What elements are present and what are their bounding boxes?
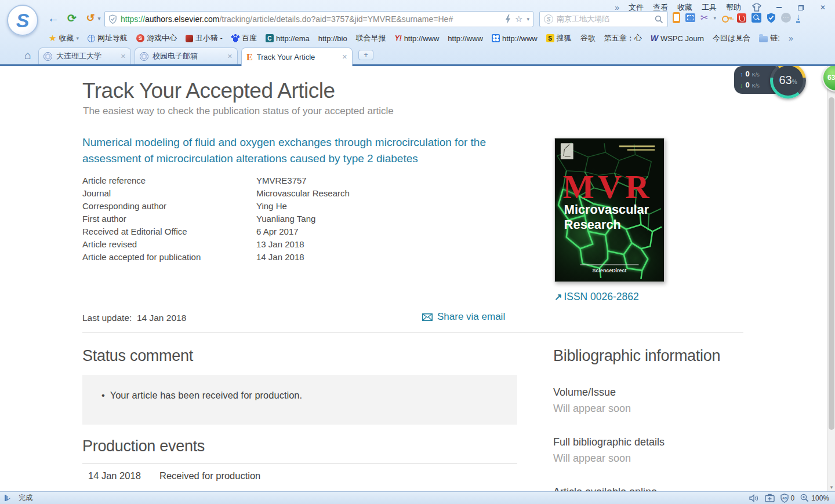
- shopping-icon[interactable]: [737, 13, 746, 23]
- bookmark-item[interactable]: http://www: [448, 34, 483, 43]
- cover-footer-brand: ScienceDirect: [593, 268, 627, 273]
- bookmark-item[interactable]: 链:: [759, 33, 780, 43]
- bookmark-star-icon[interactable]: ☆: [515, 14, 522, 24]
- bookmark-item[interactable]: 谷歌: [580, 33, 596, 43]
- address-bar[interactable]: https://authors.elsevier.com/tracking/ar…: [104, 11, 533, 27]
- lightning-icon[interactable]: [505, 14, 511, 24]
- baidu-paw-icon: [231, 34, 239, 42]
- elsevier-favicon: E: [246, 52, 253, 63]
- bookmark-item[interactable]: S游戏中心: [136, 33, 177, 43]
- star-icon: ★: [49, 33, 56, 43]
- bookmark-item[interactable]: http://www: [492, 34, 538, 43]
- bookmark-item[interactable]: 第五章：心: [604, 33, 642, 43]
- side-panel-toggle-icon[interactable]: [5, 495, 10, 501]
- bookmarks-overflow-icon[interactable]: »: [789, 34, 793, 43]
- url-text[interactable]: https://authors.elsevier.com/tracking/ar…: [121, 14, 502, 24]
- detail-label: Received at Editorial Office: [82, 227, 187, 236]
- bookmark-item-favorites[interactable]: ★收藏▾: [49, 33, 79, 43]
- quick-search-app-icon[interactable]: [752, 13, 761, 23]
- tab-track-your-article[interactable]: E Track Your Article ✕: [241, 48, 353, 66]
- zoom-level-value: 100%: [811, 494, 829, 502]
- bookmark-item[interactable]: 网址导航: [88, 33, 128, 43]
- url-protocol: https://: [121, 14, 145, 24]
- bookmark-item[interactable]: Y!http://www: [395, 34, 440, 43]
- more-tools-icon[interactable]: ⋯: [781, 13, 791, 23]
- search-input[interactable]: 南京工地大塌陷: [557, 14, 651, 24]
- medkit-capture-icon[interactable]: [765, 494, 775, 502]
- tab-campus-email[interactable]: 校园电子邮箱 ✕: [135, 48, 238, 64]
- globe-icon: [88, 35, 95, 42]
- detail-label: Corresponding author: [82, 201, 166, 211]
- undo-dropdown-caret-icon[interactable]: ▾: [96, 16, 102, 21]
- clip-scissors-icon[interactable]: ✂: [700, 12, 708, 23]
- security-protect-icon[interactable]: [767, 13, 776, 23]
- issn-link[interactable]: ↗ ISSN 0026-2862: [554, 291, 639, 303]
- last-update: Last update: 14 Jan 2018: [82, 313, 186, 323]
- bookmark-item[interactable]: http://bio: [318, 34, 347, 43]
- site-favicon: [186, 35, 193, 42]
- clip-dropdown-caret-icon[interactable]: ▾: [713, 15, 716, 21]
- download-manager-icon[interactable]: ↓: [796, 13, 801, 23]
- tab-close-icon[interactable]: ✕: [342, 53, 347, 61]
- bookmarks-bar: ★收藏▾ 网址导航 S游戏中心 丑小猪 - 百度 Chttp://ema htt…: [49, 31, 833, 46]
- biblio-label: Volume/Issue: [553, 386, 616, 399]
- detail-value: YMVRE3757: [256, 176, 307, 185]
- browser-chrome: » 文件 查看 收藏 工具 帮助 ✕ S ← ⟳ ↺ ▾ ht: [0, 0, 835, 66]
- browser-window: » 文件 查看 收藏 工具 帮助 ✕ S ← ⟳ ↺ ▾ ht: [0, 0, 835, 504]
- bookmark-item[interactable]: 百度: [231, 33, 257, 43]
- game-center-icon: S: [136, 34, 144, 42]
- scrollbar-thumb[interactable]: [829, 97, 834, 430]
- bookmark-dropdown-caret-icon[interactable]: ▾: [527, 16, 529, 22]
- last-update-value: 14 Jan 2018: [137, 313, 186, 323]
- send-to-phone-icon[interactable]: [673, 12, 680, 23]
- speaker-icon[interactable]: [749, 494, 759, 502]
- resource-usage-gauge[interactable]: 63 %: [770, 66, 806, 98]
- undo-close-button[interactable]: ↺: [84, 12, 97, 24]
- vertical-scrollbar[interactable]: ▾: [827, 66, 835, 491]
- zoom-control[interactable]: 100%: [800, 494, 829, 502]
- zoom-magnifier-icon: [800, 494, 809, 502]
- tab-dlut[interactable]: 大连理工大学 ✕: [38, 48, 131, 64]
- journal-cover-image: MVR Microvascular Research ScienceDirect: [554, 138, 665, 282]
- scrollbar-down-arrow-icon[interactable]: ▾: [827, 484, 835, 490]
- sogou-search-logo-icon: S: [544, 14, 553, 24]
- sogou-browser-logo[interactable]: S: [7, 5, 38, 36]
- bookmark-item[interactable]: 丑小猪 -: [186, 33, 223, 43]
- status-comment-text: • Your article has been received for pro…: [101, 390, 302, 401]
- detail-label: First author: [82, 214, 126, 224]
- cover-artwork: MVR Microvascular Research ScienceDirect: [555, 138, 664, 282]
- article-details: Article referenceYMVRE3757 JournalMicrov…: [82, 176, 430, 268]
- screenshot-icon[interactable]: [685, 13, 695, 22]
- cover-journal-line2: Research: [564, 217, 621, 232]
- detail-value: 13 Jan 2018: [256, 239, 304, 249]
- tab-close-icon[interactable]: ✕: [121, 53, 126, 60]
- ad-block-counter[interactable]: AD 0: [780, 494, 795, 503]
- detail-value: Microvascular Research: [256, 188, 350, 198]
- bookmark-item[interactable]: 联合早报: [356, 33, 386, 43]
- detail-value: 6 Apr 2017: [256, 227, 299, 236]
- search-box[interactable]: S 南京工地大塌陷: [539, 11, 668, 27]
- url-domain: authors.elsevier.com: [145, 14, 219, 24]
- biblio-value: Will appear soon: [553, 452, 631, 465]
- email-envelope-icon: [422, 313, 433, 321]
- bookmark-item[interactable]: 今回は見合: [713, 33, 750, 43]
- cover-journal-line1: Microvascular: [564, 202, 649, 217]
- search-icon[interactable]: [655, 15, 663, 24]
- ad-shield-icon: AD: [780, 494, 789, 503]
- accelerator-ball-widget[interactable]: 63: [822, 66, 835, 92]
- usage-percent-value: 63: [779, 74, 792, 86]
- back-button[interactable]: ←: [46, 12, 60, 25]
- home-button[interactable]: ⌂: [24, 49, 31, 62]
- article-title: Numerical modeling of fluid and oxygen e…: [82, 134, 494, 167]
- new-tab-button[interactable]: +: [358, 50, 373, 60]
- share-via-email-link[interactable]: Share via email: [422, 311, 505, 323]
- tab-close-icon[interactable]: ✕: [227, 53, 233, 60]
- bookmark-item[interactable]: WWSPC Journ: [651, 34, 704, 43]
- bookmark-item[interactable]: S搜狐: [546, 33, 572, 43]
- refresh-button[interactable]: ⟳: [65, 12, 79, 25]
- wspc-icon: W: [651, 34, 658, 43]
- password-key-icon[interactable]: [721, 13, 732, 23]
- external-link-arrow-icon: ↗: [554, 291, 562, 302]
- bookmark-item[interactable]: Chttp://ema: [266, 34, 310, 43]
- site-favicon: [492, 34, 500, 42]
